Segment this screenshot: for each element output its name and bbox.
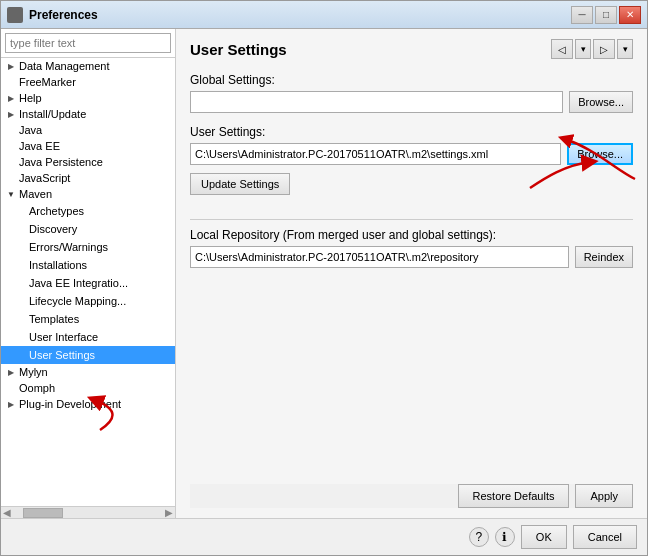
- minimize-button[interactable]: ─: [571, 6, 593, 24]
- global-browse-button[interactable]: Browse...: [569, 91, 633, 113]
- scroll-thumb[interactable]: [23, 508, 63, 518]
- sidebar-item-label: Discovery: [29, 223, 77, 235]
- restore-defaults-button[interactable]: Restore Defaults: [458, 484, 570, 508]
- sidebar-item-help[interactable]: ▶ Help: [1, 90, 175, 106]
- tree-area[interactable]: ▶ Data Management FreeMarker ▶ Help ▶ In…: [1, 58, 175, 506]
- sidebar-item-label: Installations: [29, 259, 87, 271]
- sidebar-item-java[interactable]: Java: [1, 122, 175, 138]
- forward-dropdown-icon: ▾: [623, 44, 628, 54]
- sidebar-item-installations[interactable]: Installations: [1, 256, 175, 274]
- back-button[interactable]: ◁: [551, 39, 573, 59]
- filter-input-wrap: [1, 29, 175, 58]
- sidebar: ▶ Data Management FreeMarker ▶ Help ▶ In…: [1, 29, 176, 518]
- back-dropdown-icon: ▾: [581, 44, 586, 54]
- back-icon: ◁: [558, 44, 566, 55]
- apply-button[interactable]: Apply: [575, 484, 633, 508]
- scroll-left-arrow[interactable]: ◀: [3, 507, 11, 518]
- local-repo-input[interactable]: [190, 246, 569, 268]
- reindex-button[interactable]: Reindex: [575, 246, 633, 268]
- info-icon: ℹ: [502, 530, 507, 544]
- user-settings-label: User Settings:: [190, 125, 633, 139]
- sidebar-item-label: Maven: [19, 188, 52, 200]
- window-controls: ─ □ ✕: [571, 6, 641, 24]
- sidebar-item-java-ee-integration[interactable]: Java EE Integratio...: [1, 274, 175, 292]
- dialog-buttons: OK Cancel: [521, 525, 637, 549]
- title-bar: Preferences ─ □ ✕: [1, 1, 647, 29]
- ok-button[interactable]: OK: [521, 525, 567, 549]
- user-settings-row: Browse...: [190, 143, 633, 165]
- sidebar-item-label: FreeMarker: [19, 76, 76, 88]
- sidebar-item-freemarker[interactable]: FreeMarker: [1, 74, 175, 90]
- sidebar-item-label: Oomph: [19, 382, 55, 394]
- sidebar-item-lifecycle-mapping[interactable]: Lifecycle Mapping...: [1, 292, 175, 310]
- sidebar-item-label: Templates: [29, 313, 79, 325]
- sidebar-item-label: Java: [19, 124, 42, 136]
- sidebar-item-mylyn[interactable]: ▶ Mylyn: [1, 364, 175, 380]
- sidebar-item-data-management[interactable]: ▶ Data Management: [1, 58, 175, 74]
- sidebar-item-templates[interactable]: Templates: [1, 310, 175, 328]
- sidebar-item-java-ee[interactable]: Java EE: [1, 138, 175, 154]
- update-settings-row: Update Settings: [190, 173, 633, 203]
- spacer-java-ee: [5, 140, 17, 152]
- close-button[interactable]: ✕: [619, 6, 641, 24]
- panel-actions: Restore Defaults Apply: [190, 484, 633, 508]
- user-settings-input[interactable]: [190, 143, 561, 165]
- window-title: Preferences: [29, 8, 571, 22]
- sidebar-item-plugin-development[interactable]: ▶ Plug-in Development: [1, 396, 175, 412]
- maximize-button[interactable]: □: [595, 6, 617, 24]
- nav-arrows: ◁ ▾ ▷ ▾: [551, 39, 633, 59]
- sidebar-item-javascript[interactable]: JavaScript: [1, 170, 175, 186]
- main-content: Global Settings: Browse... User Settings…: [190, 69, 633, 508]
- update-settings-button[interactable]: Update Settings: [190, 173, 290, 195]
- window-icon: [7, 7, 23, 23]
- help-icon-button[interactable]: ?: [469, 527, 489, 547]
- sidebar-item-maven[interactable]: ▼ Maven: [1, 186, 175, 202]
- expand-arrow-maven: ▼: [5, 188, 17, 200]
- preferences-window: Preferences ─ □ ✕ ▶ Data Management: [0, 0, 648, 556]
- sidebar-item-label: Errors/Warnings: [29, 241, 108, 253]
- expand-arrow-help: ▶: [5, 92, 17, 104]
- content-area: ▶ Data Management FreeMarker ▶ Help ▶ In…: [1, 29, 647, 518]
- sidebar-item-label: Java EE Integratio...: [29, 277, 128, 289]
- sidebar-item-java-persistence[interactable]: Java Persistence: [1, 154, 175, 170]
- sidebar-item-errors-warnings[interactable]: Errors/Warnings: [1, 238, 175, 256]
- filter-input[interactable]: [5, 33, 171, 53]
- main-panel: User Settings ◁ ▾ ▷ ▾: [176, 29, 647, 518]
- sidebar-item-oomph[interactable]: Oomph: [1, 380, 175, 396]
- back-dropdown-button[interactable]: ▾: [575, 39, 591, 59]
- user-browse-button[interactable]: Browse...: [567, 143, 633, 165]
- sidebar-item-label: Install/Update: [19, 108, 86, 120]
- bottom-bar: ? ℹ OK Cancel: [1, 518, 647, 555]
- sidebar-item-discovery[interactable]: Discovery: [1, 220, 175, 238]
- expand-arrow-data-management: ▶: [5, 60, 17, 72]
- sidebar-item-label: Archetypes: [29, 205, 84, 217]
- divider: [190, 219, 633, 220]
- sidebar-item-user-settings[interactable]: User Settings: [1, 346, 175, 364]
- panel-header: User Settings ◁ ▾ ▷ ▾: [190, 39, 633, 59]
- expand-arrow-install-update: ▶: [5, 108, 17, 120]
- help-icon: ?: [476, 530, 483, 544]
- forward-dropdown-button[interactable]: ▾: [617, 39, 633, 59]
- sidebar-item-label: Lifecycle Mapping...: [29, 295, 126, 307]
- sidebar-item-label: Java Persistence: [19, 156, 103, 168]
- expand-arrow-mylyn: ▶: [5, 366, 17, 378]
- sidebar-item-label: Data Management: [19, 60, 110, 72]
- sidebar-item-user-interface[interactable]: User Interface: [1, 328, 175, 346]
- global-settings-label: Global Settings:: [190, 73, 633, 87]
- sidebar-item-install-update[interactable]: ▶ Install/Update: [1, 106, 175, 122]
- local-repo-label: Local Repository (From merged user and g…: [190, 228, 633, 242]
- sidebar-item-archetypes[interactable]: Archetypes: [1, 202, 175, 220]
- forward-icon: ▷: [600, 44, 608, 55]
- scroll-right-arrow[interactable]: ▶: [165, 507, 173, 518]
- spacer-freemarker: [5, 76, 17, 88]
- forward-button[interactable]: ▷: [593, 39, 615, 59]
- local-repo-row: Reindex: [190, 246, 633, 268]
- horizontal-scrollbar[interactable]: ◀ ▶: [1, 506, 175, 518]
- sidebar-item-label: User Settings: [29, 349, 95, 361]
- info-icon-button[interactable]: ℹ: [495, 527, 515, 547]
- sidebar-item-label: JavaScript: [19, 172, 70, 184]
- cancel-button[interactable]: Cancel: [573, 525, 637, 549]
- global-settings-input[interactable]: [190, 91, 563, 113]
- spacer-java: [5, 124, 17, 136]
- spacer-oomph: [5, 382, 17, 394]
